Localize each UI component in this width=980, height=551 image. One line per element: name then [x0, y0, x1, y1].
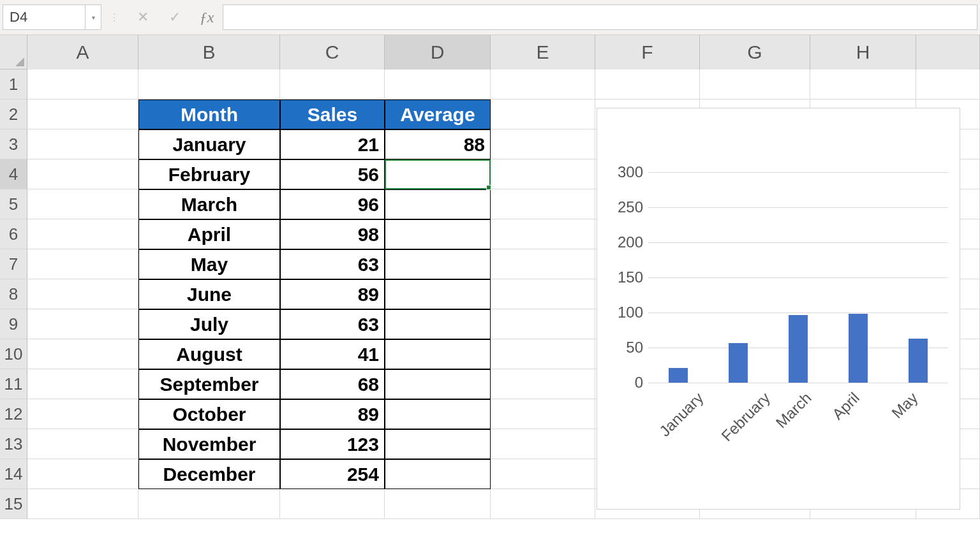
header-sales[interactable]: Sales: [280, 99, 385, 129]
cell-I15[interactable]: [916, 70, 980, 99]
cell-E8[interactable]: [491, 279, 595, 309]
cell-E4[interactable]: [491, 399, 595, 429]
cancel-icon[interactable]: ✕: [127, 4, 159, 30]
cell-B9[interactable]: May: [138, 249, 280, 279]
cell-C7[interactable]: 63: [280, 309, 385, 339]
row-header-5[interactable]: 5: [0, 189, 27, 219]
cell-A6[interactable]: [27, 339, 138, 369]
row-header-13[interactable]: 13: [0, 429, 27, 459]
col-header-D[interactable]: D: [385, 35, 491, 70]
cell-A15[interactable]: [27, 70, 138, 99]
cell-A14[interactable]: [27, 99, 138, 129]
cell-A3[interactable]: [27, 429, 138, 459]
row-header-12[interactable]: 12: [0, 399, 27, 429]
cell-D15[interactable]: [385, 70, 491, 99]
cell-B8[interactable]: June: [138, 279, 280, 309]
cell-E2[interactable]: [491, 459, 595, 489]
cell-A11[interactable]: [27, 189, 138, 219]
cell-D13[interactable]: 88: [385, 129, 491, 159]
name-box[interactable]: D4: [3, 4, 85, 30]
cell-D12[interactable]: [385, 159, 491, 189]
cell-E7[interactable]: [491, 309, 595, 339]
col-header-A[interactable]: A: [27, 35, 138, 70]
cell-B13[interactable]: January: [138, 129, 280, 159]
col-header-H[interactable]: H: [810, 35, 916, 70]
cell-E12[interactable]: [491, 159, 595, 189]
cell-C12[interactable]: 56: [280, 159, 385, 189]
cell-B4[interactable]: October: [138, 399, 280, 429]
cell-B5[interactable]: September: [138, 369, 280, 399]
cell-B10[interactable]: April: [138, 219, 280, 249]
cell-E13[interactable]: [491, 129, 595, 159]
cell-E15[interactable]: [491, 70, 595, 99]
row-header-10[interactable]: 10: [0, 339, 27, 369]
cell-C8[interactable]: 89: [280, 279, 385, 309]
row-header-4[interactable]: 4: [0, 159, 27, 189]
select-all-corner[interactable]: [0, 35, 27, 69]
cell-C1[interactable]: [280, 489, 385, 519]
cell-B7[interactable]: July: [138, 309, 280, 339]
cell-C4[interactable]: 89: [280, 399, 385, 429]
header-month[interactable]: Month: [138, 99, 280, 129]
cell-B11[interactable]: March: [138, 189, 280, 219]
chart-bar-March[interactable]: [789, 315, 808, 383]
cell-A7[interactable]: [27, 309, 138, 339]
row-header-1[interactable]: 1: [0, 70, 27, 99]
cell-E14[interactable]: [491, 99, 595, 129]
cell-A5[interactable]: [27, 369, 138, 399]
cell-A12[interactable]: [27, 159, 138, 189]
cell-D2[interactable]: [385, 459, 491, 489]
cell-A10[interactable]: [27, 219, 138, 249]
chart-bar-February[interactable]: [729, 343, 748, 383]
cell-E9[interactable]: [491, 249, 595, 279]
cell-E3[interactable]: [491, 429, 595, 459]
row-header-14[interactable]: 14: [0, 459, 27, 489]
chart-bar-January[interactable]: [669, 368, 688, 383]
row-header-8[interactable]: 8: [0, 279, 27, 309]
row-header-11[interactable]: 11: [0, 369, 27, 399]
name-box-dropdown-icon[interactable]: ▾: [85, 4, 101, 30]
cell-D11[interactable]: [385, 189, 491, 219]
cell-C5[interactable]: 68: [280, 369, 385, 399]
cell-A8[interactable]: [27, 279, 138, 309]
chart-bar-April[interactable]: [849, 314, 868, 383]
col-header-E[interactable]: E: [491, 35, 595, 70]
cell-C11[interactable]: 96: [280, 189, 385, 219]
cell-D8[interactable]: [385, 279, 491, 309]
col-header-F[interactable]: F: [595, 35, 700, 70]
cell-A13[interactable]: [27, 129, 138, 159]
cell-D4[interactable]: [385, 399, 491, 429]
col-header-extra[interactable]: [916, 35, 980, 70]
cell-C3[interactable]: 123: [280, 429, 385, 459]
cell-F15[interactable]: [595, 70, 700, 99]
chart-bar-May[interactable]: [909, 339, 928, 383]
chart[interactable]: 050100150200250300JanuaryFebruaryMarchAp…: [597, 108, 960, 510]
cell-D7[interactable]: [385, 309, 491, 339]
cell-C10[interactable]: 98: [280, 219, 385, 249]
cell-C15[interactable]: [280, 70, 385, 99]
cell-A4[interactable]: [27, 399, 138, 429]
row-header-3[interactable]: 3: [0, 129, 27, 159]
cell-D9[interactable]: [385, 249, 491, 279]
col-header-B[interactable]: B: [138, 35, 280, 70]
cell-D6[interactable]: [385, 339, 491, 369]
cell-B1[interactable]: [138, 489, 280, 519]
row-header-6[interactable]: 6: [0, 219, 27, 249]
cell-C9[interactable]: 63: [280, 249, 385, 279]
cell-E11[interactable]: [491, 189, 595, 219]
enter-icon[interactable]: ✓: [159, 4, 191, 30]
cell-H15[interactable]: [810, 70, 916, 99]
cell-D10[interactable]: [385, 219, 491, 249]
cell-D1[interactable]: [385, 489, 491, 519]
cell-E5[interactable]: [491, 369, 595, 399]
cell-C6[interactable]: 41: [280, 339, 385, 369]
cell-B12[interactable]: February: [138, 159, 280, 189]
cell-E10[interactable]: [491, 219, 595, 249]
col-header-C[interactable]: C: [280, 35, 385, 70]
row-header-15[interactable]: 15: [0, 489, 27, 519]
cell-B6[interactable]: August: [138, 339, 280, 369]
cell-C2[interactable]: 254: [280, 459, 385, 489]
cell-A1[interactable]: [27, 489, 138, 519]
cell-E6[interactable]: [491, 339, 595, 369]
header-average[interactable]: Average: [385, 99, 491, 129]
